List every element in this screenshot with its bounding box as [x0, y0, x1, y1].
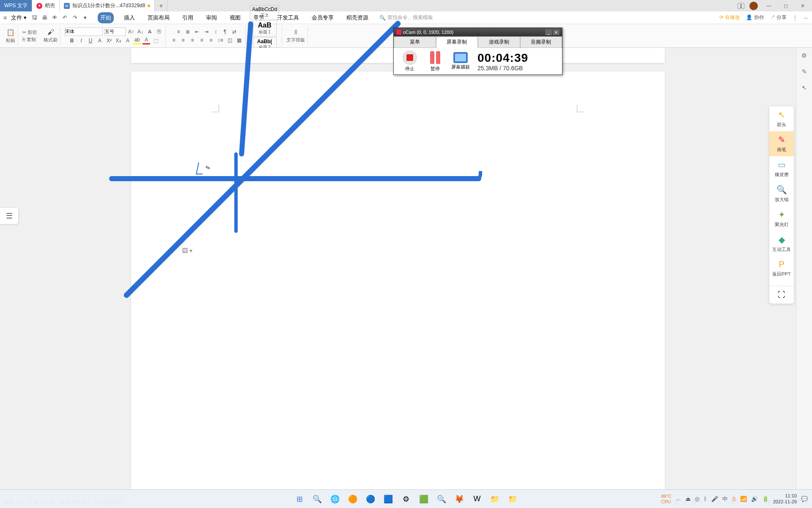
tray-volume-icon[interactable]: 🔊: [751, 496, 758, 502]
superscript-icon[interactable]: X²: [105, 37, 113, 44]
qat-save-icon[interactable]: 🖫: [31, 14, 38, 21]
indent-inc-icon[interactable]: ⇥: [203, 28, 210, 36]
ribbon-tab-member[interactable]: 会员专享: [309, 12, 336, 23]
taskbar-app5-icon[interactable]: 🟩: [417, 492, 431, 506]
highlight-icon[interactable]: ab: [133, 37, 141, 44]
collab-button[interactable]: 👤 协作: [746, 14, 764, 21]
ribbon-tab-view[interactable]: 视图: [227, 12, 243, 23]
tray-battery-icon[interactable]: 🔋: [762, 496, 769, 502]
more-icon[interactable]: ⋮: [793, 15, 798, 21]
italic-icon[interactable]: I: [77, 37, 85, 44]
phonetic-icon[interactable]: ㊢: [155, 28, 163, 36]
decrease-font-icon[interactable]: A↓: [137, 28, 144, 36]
ocam-tab-menu[interactable]: 菜单: [394, 36, 436, 48]
text-layout-icon[interactable]: ⫴: [294, 28, 297, 36]
tray-mic-icon[interactable]: 🎤: [711, 496, 718, 502]
qat-dropdown-icon[interactable]: ▾: [82, 14, 89, 21]
ribbon-tab-ref[interactable]: 引用: [180, 12, 196, 23]
taskbar-app6-icon[interactable]: 🔍: [434, 492, 449, 506]
app-tab-docshell[interactable]: ✦稻壳: [32, 0, 60, 11]
align-right-icon[interactable]: ≡: [189, 36, 196, 44]
file-menu[interactable]: 文件 ▾: [9, 13, 28, 22]
numbering-icon[interactable]: ≣: [184, 28, 192, 36]
anno-tool-interact[interactable]: ◆互动工具: [769, 231, 794, 256]
bullets-icon[interactable]: ≡: [175, 28, 182, 36]
collapse-ribbon-icon[interactable]: ︿: [804, 14, 809, 21]
anno-tool-spotlight[interactable]: ✦聚光灯: [769, 206, 794, 231]
anno-tool-pen[interactable]: ✎画笔: [769, 131, 794, 156]
taskbar-app10-icon[interactable]: 📁: [505, 492, 520, 506]
paste-icon[interactable]: 📋: [6, 28, 15, 36]
align-left-icon[interactable]: ≡: [170, 36, 178, 44]
tab-icon[interactable]: ⇄: [230, 28, 238, 36]
taskbar-app4-icon[interactable]: ⚙: [399, 492, 413, 506]
ribbon-tab-home[interactable]: 开始: [98, 12, 114, 23]
new-tab-button[interactable]: +: [155, 0, 167, 11]
align-justify-icon[interactable]: ≡: [198, 36, 206, 44]
sort-icon[interactable]: ↕: [212, 28, 219, 36]
ocam-tab-game[interactable]: 游戏录制: [478, 36, 520, 48]
borders-icon[interactable]: ▦: [235, 36, 243, 44]
bold-icon[interactable]: B: [68, 37, 76, 44]
anno-tool-arrow[interactable]: ↖箭头: [769, 106, 794, 131]
ribbon-tab-review[interactable]: 审阅: [203, 12, 219, 23]
maximize-button[interactable]: ◻: [780, 2, 792, 10]
qat-undo-icon[interactable]: ↶: [61, 14, 69, 21]
user-avatar[interactable]: [749, 2, 758, 10]
ocam-pause-button[interactable]: 暂停: [422, 50, 448, 72]
ocam-tab-audio[interactable]: 音频录制: [520, 36, 562, 48]
text-color-icon[interactable]: A: [143, 37, 150, 44]
qat-redo-icon[interactable]: ↷: [71, 14, 79, 21]
tray-notif-icon[interactable]: 💬: [801, 496, 808, 502]
taskbar-chrome-icon[interactable]: 🌐: [328, 492, 342, 506]
taskbar-app2-icon[interactable]: 🔵: [363, 492, 378, 506]
underline-icon[interactable]: U: [87, 37, 94, 44]
font-color-icon[interactable]: A: [124, 37, 132, 44]
clear-format-icon[interactable]: A̶: [146, 28, 154, 36]
close-button[interactable]: ✕: [797, 2, 809, 10]
left-float-menu-button[interactable]: ☰: [0, 207, 19, 224]
anno-fullscreen-button[interactable]: ⛶: [769, 286, 794, 304]
subscript-icon[interactable]: X₂: [115, 37, 122, 44]
taskbar-app7-icon[interactable]: 🦊: [452, 492, 466, 506]
document-tab[interactable]: W 知识点1分类计数分...47d3329d8: [60, 0, 155, 11]
anno-tool-eraser[interactable]: ▭橡皮擦: [769, 156, 794, 181]
align-dist-icon[interactable]: ≡: [207, 36, 215, 44]
indent-dec-icon[interactable]: ⇤: [193, 28, 201, 36]
has-changes-indicator[interactable]: ⟳ 有修改: [719, 14, 740, 21]
taskbar-search-icon[interactable]: 🔍: [310, 492, 324, 506]
strike-icon[interactable]: A: [96, 37, 104, 44]
font-size-input[interactable]: [104, 28, 126, 36]
rail-tool-2-icon[interactable]: ✎: [799, 66, 809, 77]
tray-clock[interactable]: 11:102022-11-29: [773, 493, 797, 504]
app-tab-wps[interactable]: WPS 文字: [0, 0, 32, 11]
align-center-icon[interactable]: ≡: [179, 36, 187, 44]
anno-tool-magnifier[interactable]: 🔍放大镜: [769, 181, 794, 206]
ribbon-tab-insert[interactable]: 插入: [121, 12, 137, 23]
style-normal[interactable]: AaBbCcDd正文: [250, 5, 279, 19]
taskbar-start-icon[interactable]: ⊞: [292, 492, 307, 506]
command-search[interactable]: 🔍 查找命令、搜索模板: [379, 14, 433, 21]
copy-button[interactable]: ⎘ 复制: [22, 36, 37, 43]
format-painter-icon[interactable]: 🖌: [47, 28, 54, 36]
ribbon-tab-layout[interactable]: 页面布局: [145, 12, 172, 23]
tray-chevron-icon[interactable]: ︿: [676, 495, 681, 503]
ocam-capture-button[interactable]: 屏幕捕获: [448, 52, 473, 70]
qat-print-icon[interactable]: 🖶: [41, 14, 49, 21]
tray-s-icon[interactable]: S: [732, 496, 736, 502]
tray-temperature[interactable]: 86°CCPU: [661, 494, 672, 504]
font-name-input[interactable]: [65, 28, 103, 36]
ocam-window[interactable]: oCam (0, 0, 1920, 1200) _ ✕ 菜单 屏幕录制 游戏录制…: [393, 28, 562, 75]
minimize-button[interactable]: —: [763, 2, 775, 10]
tray-wifi-icon[interactable]: 📶: [740, 496, 747, 502]
tray-app-icon[interactable]: ◎: [695, 496, 700, 502]
app-menu-icon[interactable]: ≡: [3, 14, 7, 21]
tray-usb-icon[interactable]: ⏏: [686, 496, 691, 502]
taskbar-app1-icon[interactable]: 🟠: [346, 492, 360, 506]
char-border-icon[interactable]: ⬚: [152, 37, 159, 44]
ocam-titlebar[interactable]: oCam (0, 0, 1920, 1200) _ ✕: [394, 28, 562, 36]
page[interactable]: 🖼 ▾: [131, 72, 665, 496]
increase-font-icon[interactable]: A↑: [127, 28, 135, 36]
rail-tool-3-icon[interactable]: ↖: [799, 83, 809, 93]
style-h1[interactable]: AaB标题 1: [253, 20, 277, 36]
